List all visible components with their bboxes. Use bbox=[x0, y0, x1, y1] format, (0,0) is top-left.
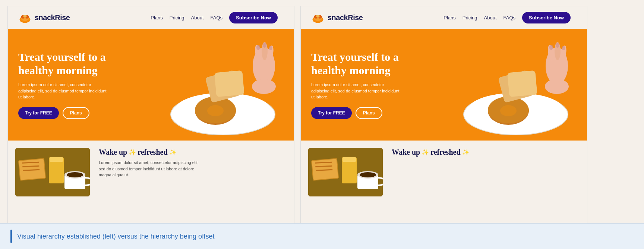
svg-rect-43 bbox=[507, 70, 537, 97]
right-wake-up-text: Wake up bbox=[392, 148, 420, 157]
left-refreshed-text: refreshed bbox=[138, 148, 167, 157]
right-navbar: snackRise Plans Pricing About FAQs Subsc… bbox=[301, 6, 587, 29]
right-refreshed-text: refreshed bbox=[430, 148, 460, 157]
left-hero-content: Treat yourself to a healthy morning Lore… bbox=[18, 50, 130, 119]
svg-rect-59 bbox=[342, 157, 356, 162]
right-below-image bbox=[308, 148, 383, 196]
right-below-title: Wake up ✨ refreshed ✨ bbox=[392, 148, 580, 157]
left-nav-links: Plans Pricing About FAQs Subscribe Now bbox=[151, 12, 278, 23]
right-try-free-button[interactable]: Try for FREE bbox=[311, 107, 352, 119]
svg-point-31 bbox=[67, 172, 83, 177]
right-hero-buttons: Try for FREE Plans bbox=[311, 107, 423, 119]
svg-point-19 bbox=[269, 46, 272, 50]
right-nav-links: Plans Pricing About FAQs Subscribe Now bbox=[443, 12, 571, 23]
caption-bar bbox=[10, 230, 12, 243]
left-below-title: Wake up ✨ refreshed ✨ bbox=[99, 148, 287, 157]
svg-point-4 bbox=[23, 15, 27, 18]
svg-point-13 bbox=[252, 79, 276, 94]
left-nav-faqs[interactable]: FAQs bbox=[211, 15, 223, 21]
left-hero-image bbox=[137, 29, 294, 141]
left-nav-pricing[interactable]: Pricing bbox=[170, 15, 184, 21]
right-below-hero: Wake up ✨ refreshed ✨ bbox=[301, 141, 587, 223]
svg-point-50 bbox=[556, 42, 559, 48]
left-below-hero: Wake up ✨ refreshed ✨ Lorem ipsum dolor … bbox=[8, 141, 294, 223]
right-sparkle-2: ✨ bbox=[462, 149, 470, 156]
svg-point-49 bbox=[549, 45, 553, 50]
left-hero-description: Lorem ipsum dolor sit amet, consectetur … bbox=[18, 82, 108, 100]
right-subscribe-button[interactable]: Subscribe Now bbox=[522, 12, 571, 23]
right-nav-faqs[interactable]: FAQs bbox=[503, 15, 516, 21]
left-logo: snackRise bbox=[18, 11, 70, 24]
svg-point-45 bbox=[545, 79, 569, 94]
left-breakfast-image bbox=[15, 148, 90, 196]
svg-rect-27 bbox=[50, 157, 63, 162]
right-hero-content: Treat yourself to a healthy morning Lore… bbox=[311, 50, 423, 119]
left-sparkle-1: ✨ bbox=[129, 149, 136, 156]
right-hero-image bbox=[430, 29, 587, 141]
right-hero-title: Treat yourself to a healthy morning bbox=[311, 50, 423, 77]
svg-point-17 bbox=[256, 45, 260, 50]
right-plans-button[interactable]: Plans bbox=[356, 107, 382, 119]
right-hero: Treat yourself to a healthy morning Lore… bbox=[301, 29, 587, 141]
right-food-illustration bbox=[441, 29, 575, 141]
right-below-text: Wake up ✨ refreshed ✨ bbox=[383, 148, 580, 215]
right-nav-plans[interactable]: Plans bbox=[443, 15, 456, 21]
right-logo: snackRise bbox=[311, 11, 363, 24]
left-below-description: Lorem ipsum dolor sit amet, consectetur … bbox=[99, 160, 203, 178]
left-sparkle-2: ✨ bbox=[169, 149, 177, 156]
right-hero-description: Lorem ipsum dolor sit amet, consectetur … bbox=[311, 82, 401, 100]
right-sparkle-1: ✨ bbox=[422, 149, 429, 156]
svg-point-63 bbox=[360, 172, 376, 177]
panels-wrapper: snackRise Plans Pricing About FAQs Subsc… bbox=[0, 0, 644, 223]
bottom-caption: Visual hierarchy established (left) vers… bbox=[0, 223, 644, 249]
right-nav-pricing[interactable]: Pricing bbox=[463, 15, 477, 21]
left-below-image bbox=[15, 148, 90, 196]
right-nav-about[interactable]: About bbox=[484, 15, 497, 21]
left-below-text: Wake up ✨ refreshed ✨ Lorem ipsum dolor … bbox=[90, 148, 287, 215]
left-try-free-button[interactable]: Try for FREE bbox=[18, 107, 59, 119]
left-navbar: snackRise Plans Pricing About FAQs Subsc… bbox=[8, 6, 294, 29]
svg-point-36 bbox=[316, 15, 320, 18]
left-wake-up-text: Wake up bbox=[99, 148, 127, 157]
left-panel: snackRise Plans Pricing About FAQs Subsc… bbox=[7, 6, 294, 223]
left-hero-title: Treat yourself to a healthy morning bbox=[18, 50, 130, 77]
svg-point-51 bbox=[562, 46, 565, 50]
right-snackrise-logo-icon bbox=[311, 11, 325, 24]
right-logo-text: snackRise bbox=[328, 13, 363, 22]
left-nav-plans[interactable]: Plans bbox=[151, 15, 163, 21]
left-subscribe-button[interactable]: Subscribe Now bbox=[229, 12, 278, 23]
snackrise-logo-icon bbox=[18, 11, 32, 24]
svg-point-18 bbox=[263, 42, 266, 48]
left-hero-buttons: Try for FREE Plans bbox=[18, 107, 130, 119]
left-hero: Treat yourself to a healthy morning Lore… bbox=[8, 29, 294, 141]
left-logo-text: snackRise bbox=[35, 13, 70, 22]
svg-rect-11 bbox=[214, 70, 244, 97]
right-panel: snackRise Plans Pricing About FAQs Subsc… bbox=[300, 6, 587, 223]
left-nav-about[interactable]: About bbox=[191, 15, 204, 21]
right-breakfast-image bbox=[308, 148, 383, 196]
left-food-illustration bbox=[148, 29, 282, 141]
left-plans-button[interactable]: Plans bbox=[63, 107, 89, 119]
caption-text: Visual hierarchy established (left) vers… bbox=[17, 233, 215, 240]
